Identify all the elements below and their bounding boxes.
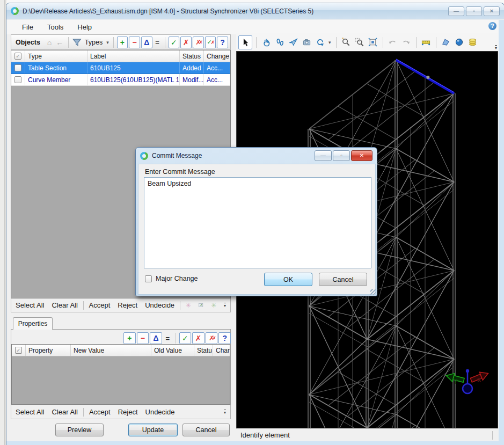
open-target-icon[interactable] — [199, 302, 203, 309]
show-unchanged-button[interactable]: = — [163, 332, 172, 344]
column-header-type[interactable]: Type — [25, 50, 87, 62]
types-dropdown-icon[interactable]: ▾ — [105, 40, 110, 45]
dialog-title-bar[interactable]: Commit Message — ▫ ✕ — [136, 148, 377, 164]
dialog-close-button[interactable]: ✕ — [351, 150, 372, 161]
cursor-arrow-icon — [241, 38, 250, 47]
show-unchanged-button[interactable]: = — [154, 37, 162, 48]
maximize-button[interactable]: ▫ — [466, 6, 482, 16]
render-mode-button[interactable] — [454, 37, 465, 48]
toolbar-overflow-icon[interactable]: ▾ — [495, 45, 497, 50]
back-arrow-icon[interactable]: ← — [54, 38, 65, 47]
dialog-maximize-button[interactable]: ▫ — [333, 150, 350, 161]
show-added-button[interactable]: + — [123, 332, 136, 344]
undecide-link[interactable]: Undecide — [145, 408, 175, 416]
show-accepted-button[interactable]: ✓ — [179, 332, 192, 344]
resize-grip[interactable] — [370, 289, 376, 295]
column-header-new-value[interactable]: New Value — [71, 345, 151, 356]
clip-volume-button[interactable] — [440, 37, 452, 48]
rotate-dropdown-icon[interactable]: ▾ — [327, 40, 332, 45]
reject-link[interactable]: Reject — [118, 408, 138, 416]
undo-view-button[interactable] — [387, 37, 399, 48]
clear-all-link[interactable]: Clear All — [52, 408, 77, 416]
hand-icon — [262, 38, 271, 47]
zoom-button[interactable] — [340, 37, 352, 48]
redo-view-button[interactable] — [400, 37, 412, 48]
fit-view-icon — [368, 38, 377, 47]
separator — [83, 408, 84, 417]
toolbar-separator — [256, 37, 257, 48]
cancel-button[interactable]: Cancel — [182, 424, 230, 436]
table-row[interactable]: Table Section 610UB125 Added Acc... — [11, 62, 230, 74]
camera-button[interactable] — [301, 37, 312, 48]
show-removed-button[interactable]: − — [129, 37, 140, 48]
undo-arrow-icon — [388, 38, 397, 47]
undecide-link[interactable]: Undecide — [145, 301, 174, 309]
show-mixed-button[interactable]: ✓✗ — [205, 37, 216, 48]
toolbar-overflow-icon[interactable]: ▾ — [224, 303, 226, 308]
menu-bar: File Tools Help ? — [6, 19, 504, 34]
menu-file[interactable]: File — [16, 21, 39, 33]
types-filter-label[interactable]: Types — [83, 39, 104, 46]
update-button[interactable]: Update — [128, 424, 178, 436]
pan-hand-button[interactable] — [260, 37, 272, 48]
rotate-view-button[interactable] — [314, 37, 326, 48]
column-header-change[interactable]: Change — [204, 50, 230, 62]
tab-properties[interactable]: Properties — [13, 317, 53, 330]
dialog-minimize-button[interactable]: — — [315, 150, 332, 161]
close-button[interactable]: ✕ — [484, 6, 500, 16]
select-cursor-button[interactable] — [238, 35, 252, 49]
show-modified-button[interactable]: Δ — [150, 332, 162, 344]
column-header-label[interactable]: Label — [87, 50, 180, 62]
filter-funnel-icon[interactable] — [72, 37, 82, 48]
accept-link[interactable]: Accept — [89, 408, 111, 416]
clear-all-link[interactable]: Clear All — [52, 301, 77, 309]
show-undecided-button[interactable]: ? — [218, 332, 231, 344]
measure-button[interactable] — [420, 37, 432, 48]
fit-view-button[interactable] — [367, 37, 379, 48]
minimize-button[interactable]: — — [448, 6, 464, 16]
axis-triad: Y X — [445, 369, 490, 393]
select-all-link[interactable]: Select All — [16, 301, 44, 309]
select-all-checkbox[interactable]: ✓ — [11, 50, 25, 62]
show-modified-button[interactable]: Δ — [141, 37, 152, 48]
select-all-link[interactable]: Select All — [16, 408, 44, 416]
menu-tools[interactable]: Tools — [41, 21, 69, 33]
menu-help[interactable]: Help — [71, 21, 98, 33]
background-window-edge — [0, 0, 6, 445]
home-icon[interactable]: ⌂ — [46, 38, 53, 47]
show-accepted-button[interactable]: ✓ — [169, 37, 180, 48]
show-added-button[interactable]: + — [117, 37, 128, 48]
toolbar-overflow-icon[interactable]: ▾ — [224, 410, 226, 414]
show-undecided-button[interactable]: ? — [217, 37, 228, 48]
column-header-change[interactable]: Chan — [213, 345, 230, 356]
properties-table-header: ✓ Property New Value Old Value Statu Cha… — [12, 345, 230, 356]
column-header-status[interactable]: Status — [180, 50, 204, 62]
zoom-window-button[interactable] — [354, 37, 366, 48]
column-header-old-value[interactable]: Old Value — [151, 345, 194, 356]
row-checkbox[interactable] — [11, 74, 25, 85]
title-bar[interactable]: D:\Dev\Release Articles\S_Exhaust.ism.dg… — [6, 3, 504, 19]
show-double-rejected-button[interactable]: ✗✗ — [193, 37, 204, 48]
accept-link[interactable]: Accept — [89, 301, 111, 309]
commit-message-input[interactable]: Beam Upsized — [144, 177, 371, 268]
reject-star-icon[interactable]: ✳ — [186, 302, 191, 309]
column-header-status[interactable]: Statu — [194, 345, 213, 356]
select-all-checkbox[interactable]: ✓ — [12, 345, 26, 356]
show-rejected-button[interactable]: ✗ — [180, 37, 192, 48]
layers-button[interactable] — [467, 37, 479, 48]
show-removed-button[interactable]: − — [137, 332, 149, 344]
row-checkbox[interactable] — [11, 62, 25, 74]
reject-link[interactable]: Reject — [118, 301, 137, 309]
preview-button[interactable]: Preview — [55, 424, 104, 436]
ok-button[interactable]: OK — [264, 273, 312, 286]
walk-button[interactable] — [274, 37, 286, 48]
major-change-checkbox[interactable] — [145, 275, 152, 282]
show-rejected-button[interactable]: ✗ — [192, 332, 204, 344]
show-double-rejected-button[interactable]: ✗✗ — [206, 332, 218, 344]
fly-button[interactable] — [287, 37, 299, 48]
column-header-property[interactable]: Property — [26, 345, 71, 356]
table-row[interactable]: Curve Member 610UB125(610UB125)(MATL 1) … — [11, 74, 230, 86]
accept-star-icon[interactable]: ✳ — [211, 302, 216, 309]
help-icon[interactable]: ? — [488, 22, 496, 30]
dialog-cancel-button[interactable]: Cancel — [319, 273, 367, 286]
